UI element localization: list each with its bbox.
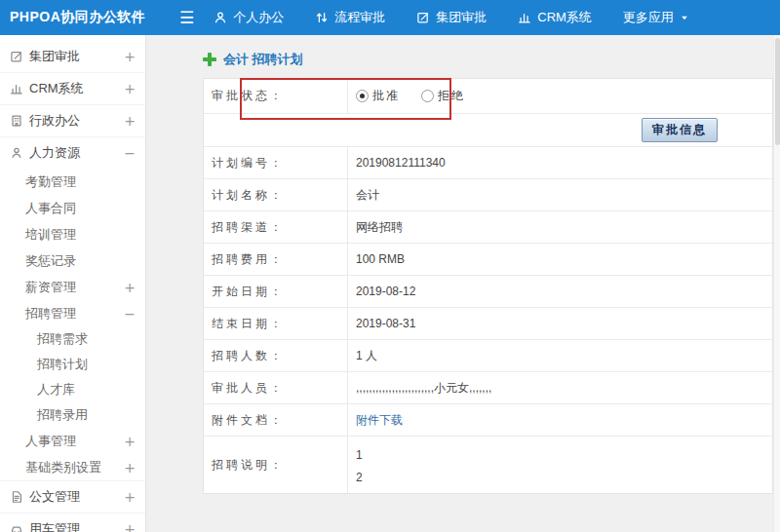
person-icon xyxy=(214,11,227,24)
field-label: 结束日期： xyxy=(204,308,348,339)
sidebar-item-label: 基础类别设置 xyxy=(25,459,124,476)
app-logo: PHPOA协同办公软件 xyxy=(0,9,174,26)
sidebar-item-6[interactable]: 培训管理 xyxy=(0,221,145,247)
approval-info-button[interactable]: 审批信息 xyxy=(642,118,718,142)
form-row-7: 审批人员：,,,,,,,,,,,,,,,,,,,,,,,,小元女,,,,,,, xyxy=(204,372,772,404)
form-rows: 计划编号：20190812111340计划名称：会计招聘渠道：网络招聘招聘费用：… xyxy=(204,147,772,493)
nav-item-2[interactable]: 集团审批 xyxy=(416,9,487,26)
sidebar-item-5[interactable]: 人事合同 xyxy=(0,195,145,221)
form-row-0: 计划编号：20190812111340 xyxy=(204,147,772,179)
expander-icon[interactable]: + xyxy=(124,280,136,295)
sidebar-item-3[interactable]: 人力资源− xyxy=(0,136,145,169)
field-value: 网络招聘 xyxy=(348,211,772,243)
flow-icon xyxy=(315,11,329,24)
field-label: 开始日期： xyxy=(204,276,348,307)
sidebar-item-4[interactable]: 考勤管理 xyxy=(0,169,145,195)
expander-icon[interactable]: − xyxy=(124,306,136,322)
sidebar-item-15[interactable]: 基础类别设置+ xyxy=(0,454,145,480)
radio-circle-icon[interactable] xyxy=(356,90,369,102)
hamburger-icon[interactable]: ☰ xyxy=(179,10,194,26)
page-scrollbar[interactable] xyxy=(773,35,780,532)
expander-icon[interactable]: + xyxy=(124,49,136,64)
radio-option-reject[interactable]: 拒绝 xyxy=(421,88,465,104)
edit-icon xyxy=(416,11,430,24)
sidebar-item-label: 培训管理 xyxy=(25,226,136,244)
sidebar-item-0[interactable]: 集团审批+ xyxy=(0,40,145,72)
sidebar-item-11[interactable]: 招聘计划 xyxy=(0,352,145,377)
sidebar-item-label: 招聘需求 xyxy=(37,330,136,348)
form-row-3: 招聘费用：100 RMB xyxy=(204,244,772,276)
sidebar-item-label: CRM系统 xyxy=(29,80,124,97)
top-nav: 个人办公流程审批集团审批CRM系统更多应用 xyxy=(214,9,689,26)
field-value: 2019-08-31 xyxy=(348,308,772,339)
field-label: 招聘渠道： xyxy=(204,211,348,243)
sidebar-item-7[interactable]: 奖惩记录 xyxy=(0,247,145,274)
field-value: ,,,,,,,,,,,,,,,,,,,,,,,,小元女,,,,,,, xyxy=(348,372,772,403)
nav-item-label: 流程审批 xyxy=(334,9,385,26)
expander-icon[interactable]: + xyxy=(124,113,136,129)
sidebar-item-label: 公文管理 xyxy=(29,488,124,506)
field-label: 招聘人数： xyxy=(204,340,348,371)
radio-label: 批准 xyxy=(372,88,400,104)
sidebar-item-10[interactable]: 招聘需求 xyxy=(0,326,145,352)
expander-icon[interactable]: − xyxy=(124,145,136,161)
expander-icon[interactable]: + xyxy=(124,489,136,505)
nav-item-label: 更多应用 xyxy=(623,9,674,26)
expander-icon[interactable]: + xyxy=(124,521,136,532)
approval-status-row: 审批状态： 批准拒绝 xyxy=(204,79,772,114)
expander-icon[interactable]: + xyxy=(124,460,136,475)
sidebar-item-label: 人事管理 xyxy=(25,433,124,450)
sidebar-item-label: 考勤管理 xyxy=(25,173,136,191)
field-label: 计划编号： xyxy=(204,147,348,178)
sidebar-item-17[interactable]: 用车管理+ xyxy=(0,513,145,532)
expander-icon[interactable]: + xyxy=(124,434,136,449)
attachment-download-link[interactable]: 附件下载 xyxy=(356,412,403,429)
expander-icon[interactable]: + xyxy=(124,81,136,96)
sidebar-item-2[interactable]: 行政办公+ xyxy=(0,104,145,136)
radio-option-approve[interactable]: 批准 xyxy=(356,88,400,104)
field-value: 会计 xyxy=(348,179,772,210)
field-label: 招聘费用： xyxy=(204,244,348,275)
approval-status-options: 批准拒绝 xyxy=(348,79,772,113)
page-title-row: 会计 招聘计划 xyxy=(203,47,780,72)
sidebar-item-label: 招聘管理 xyxy=(25,305,124,323)
main-content: 会计 招聘计划 审批状态： 批准拒绝 审批信息 计划编号：20190812111… xyxy=(146,35,780,532)
sidebar-item-13[interactable]: 招聘录用 xyxy=(0,402,145,428)
recruitment-plan-form: 审批状态： 批准拒绝 审批信息 计划编号：20190812111340计划名称：… xyxy=(203,78,773,494)
nav-item-1[interactable]: 流程审批 xyxy=(315,9,385,26)
building-icon xyxy=(10,114,29,128)
people-icon xyxy=(10,146,29,160)
field-label: 审批人员： xyxy=(204,372,348,403)
sidebar-item-16[interactable]: 公文管理+ xyxy=(0,480,145,513)
sidebar-item-label: 招聘录用 xyxy=(37,406,136,424)
sidebar-item-9[interactable]: 招聘管理− xyxy=(0,300,145,326)
edit-icon xyxy=(10,50,29,63)
nav-item-4[interactable]: 更多应用 xyxy=(623,9,689,26)
field-label: 招聘说明： xyxy=(204,437,348,493)
sidebar-item-label: 奖惩记录 xyxy=(25,252,136,270)
add-plus-icon[interactable] xyxy=(203,53,216,66)
page-title: 会计 招聘计划 xyxy=(223,51,303,68)
sidebar-item-label: 人力资源 xyxy=(29,144,124,162)
form-row-9: 招聘说明：1 2 xyxy=(204,437,772,493)
sidebar-item-14[interactable]: 人事管理+ xyxy=(0,428,145,454)
field-value: 附件下载 xyxy=(348,404,772,436)
sidebar-item-12[interactable]: 人才库 xyxy=(0,377,145,402)
form-row-1: 计划名称：会计 xyxy=(204,179,772,211)
scrollbar-thumb[interactable] xyxy=(775,38,780,145)
sidebar-item-1[interactable]: CRM系统+ xyxy=(0,72,145,104)
nav-item-label: 个人办公 xyxy=(233,9,284,26)
field-value: 20190812111340 xyxy=(348,147,772,178)
radio-circle-icon[interactable] xyxy=(421,90,434,102)
form-row-6: 招聘人数：1 人 xyxy=(204,340,772,372)
caret-down-icon xyxy=(680,13,689,22)
sidebar-item-label: 人事合同 xyxy=(25,200,136,217)
doc-icon xyxy=(10,490,29,504)
nav-item-3[interactable]: CRM系统 xyxy=(518,9,592,26)
sidebar-item-label: 集团审批 xyxy=(29,48,124,65)
sidebar-item-8[interactable]: 薪资管理+ xyxy=(0,274,145,300)
approval-status-label: 审批状态： xyxy=(204,79,348,113)
field-value: 1 2 xyxy=(348,437,772,493)
nav-item-0[interactable]: 个人办公 xyxy=(214,9,284,26)
field-value: 1 人 xyxy=(348,340,772,371)
